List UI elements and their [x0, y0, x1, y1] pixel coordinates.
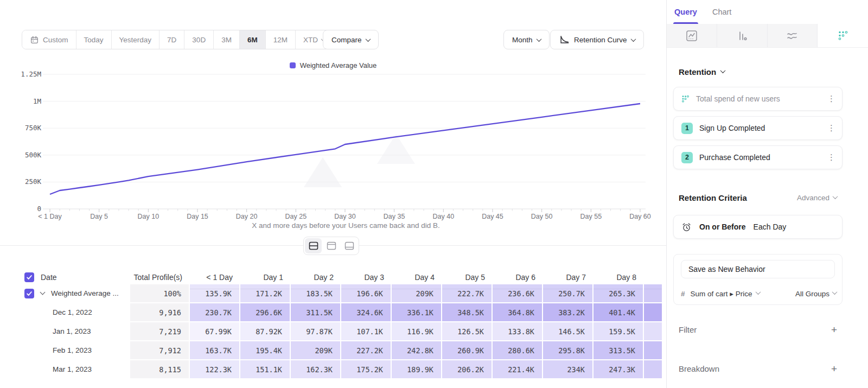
step-card-1[interactable]: 1 Sign Up Completed ⋮	[673, 116, 843, 140]
svg-text:Day 55: Day 55	[580, 213, 602, 220]
chart-type-button[interactable]: Retention Curve	[550, 30, 644, 49]
svg-text:Day 45: Day 45	[482, 213, 503, 220]
range-label: XTD	[303, 36, 318, 44]
retention-table: DateTotal Profile(s)< 1 DayDay 1Day 2Day…	[22, 265, 663, 379]
select-all-checkbox[interactable]	[24, 272, 34, 282]
svg-text:Day 30: Day 30	[334, 213, 356, 220]
cell-overflow	[644, 284, 663, 303]
cell-day-0: 135.9K	[190, 284, 240, 303]
tab-query[interactable]: Query	[674, 0, 697, 24]
range-7d-button[interactable]: 7D	[159, 30, 184, 49]
main-panel: CustomTodayYesterday7D30D3M6M12MXTD Comp…	[0, 0, 666, 388]
cell-day-6: 364.8K	[493, 303, 543, 322]
cell-overflow	[644, 322, 663, 341]
range-30d-button[interactable]: 30D	[184, 30, 214, 49]
svg-text:1M: 1M	[33, 97, 41, 105]
cell-day-8: 159.5K	[593, 322, 644, 341]
step-number-badge: 1	[681, 123, 693, 134]
measure-property-dropdown[interactable]: Sum of cart ▸ Price	[691, 289, 760, 298]
retention-section-label: Retention	[679, 67, 716, 77]
advanced-dropdown[interactable]: Advanced	[797, 194, 837, 202]
cell-day-2: 162.3K	[291, 360, 341, 379]
cell-day-0: 230.7K	[190, 303, 240, 322]
cell-day-1: 296.6K	[240, 303, 291, 322]
cell-day-6: 236.6K	[493, 284, 543, 303]
step-event-label: Sign Up Completed	[699, 124, 821, 132]
expand-row-icon[interactable]	[40, 290, 46, 295]
range-custom-button[interactable]: Custom	[22, 30, 76, 49]
chevron-down-icon	[630, 36, 636, 42]
cell-day-1: 195.4K	[240, 341, 291, 360]
cell-day-4: 209K	[392, 284, 442, 303]
cell-day-4: 116.9K	[392, 322, 442, 341]
step-event-label: Purchase Completed	[699, 153, 821, 162]
granularity-button[interactable]: Month	[503, 30, 550, 49]
behavior-card[interactable]: Total spend of new users ⋮	[673, 87, 843, 111]
svg-text:Day 40: Day 40	[433, 213, 455, 220]
range-3m-button[interactable]: 3M	[214, 30, 240, 49]
chart-caption: X and more days before your Users came b…	[22, 221, 670, 230]
compare-button[interactable]: Compare	[323, 30, 379, 49]
layout-split-button[interactable]	[305, 238, 322, 253]
criteria-condition-card[interactable]: On or Before Each Day	[673, 215, 843, 239]
svg-text:Day 35: Day 35	[384, 213, 405, 220]
tab-funnels[interactable]	[717, 24, 768, 47]
layout-chart-button[interactable]	[323, 238, 340, 253]
retention-line-chart: 0250K500K750K1M1.25M< 1 DayDay 5Day 10Da…	[22, 60, 654, 222]
range-6m-button[interactable]: 6M	[240, 30, 266, 49]
chevron-down-icon	[833, 194, 838, 199]
measure-row: # Sum of cart ▸ Price All Groups	[681, 284, 837, 303]
row-label-text: Jan 1, 2023	[24, 327, 91, 335]
cell-total-profiles: 9,916	[130, 303, 190, 322]
cell-day-8: 265.3K	[593, 284, 644, 303]
row-checkbox[interactable]	[24, 289, 34, 298]
kebab-menu-icon[interactable]: ⋮	[827, 154, 835, 162]
cell-total-profiles: 7,912	[130, 341, 190, 360]
tab-insights[interactable]	[667, 24, 717, 47]
table-row-label: Feb 1, 2023	[22, 341, 130, 360]
svg-text:Day 10: Day 10	[138, 213, 159, 220]
cell-day-2: 209K	[291, 341, 341, 360]
chevron-down-icon	[536, 36, 541, 42]
criteria-condition-select[interactable]: On or Before	[699, 222, 746, 231]
add-filter-button[interactable]: +	[831, 325, 837, 335]
retention-section-dropdown[interactable]: Retention	[679, 67, 725, 77]
range-yesterday-button[interactable]: Yesterday	[112, 30, 160, 49]
kebab-menu-icon[interactable]: ⋮	[827, 124, 835, 132]
range-12m-button[interactable]: 12M	[266, 30, 296, 49]
cell-day-5: 206.2K	[442, 360, 493, 379]
svg-text:< 1 Day: < 1 Day	[38, 213, 62, 220]
tab-query-label: Query	[674, 8, 697, 16]
tab-chart-label: Chart	[712, 8, 731, 16]
criteria-period-select[interactable]: Each Day	[754, 222, 787, 231]
row-label-text: Mar 1, 2023	[24, 365, 92, 373]
cell-day-7: 295.8K	[543, 341, 593, 360]
cell-day-2: 311.5K	[291, 303, 341, 322]
cell-day-7: 146.5K	[543, 322, 593, 341]
range-label: Today	[84, 36, 104, 44]
tab-flows[interactable]	[768, 24, 818, 47]
row-label-text: Feb 1, 2023	[24, 346, 92, 354]
all-groups-dropdown[interactable]: All Groups	[795, 290, 837, 298]
flows-icon	[786, 30, 798, 42]
cell-day-0: 67.99K	[190, 322, 240, 341]
svg-text:0: 0	[37, 205, 41, 213]
tab-chart[interactable]: Chart	[712, 0, 731, 24]
tab-retention[interactable]	[818, 24, 868, 47]
step-card-2[interactable]: 2 Purchase Completed ⋮	[673, 145, 843, 169]
add-breakdown-button[interactable]: +	[831, 364, 837, 374]
range-today-button[interactable]: Today	[76, 30, 112, 49]
chevron-down-icon	[755, 289, 761, 295]
cell-day-4: 336.1K	[392, 303, 442, 322]
svg-text:250K: 250K	[25, 177, 42, 186]
svg-text:500K: 500K	[25, 151, 42, 159]
save-as-new-behavior-button[interactable]: Save as New Behavior	[681, 260, 835, 278]
layout-table-button[interactable]	[341, 238, 358, 253]
cell-day-1: 151.1K	[240, 360, 291, 379]
cell-day-3: 196.6K	[341, 284, 392, 303]
query-sidebar: Query Chart	[666, 0, 868, 388]
range-label: 12M	[273, 36, 288, 44]
calendar-icon	[30, 35, 39, 44]
kebab-menu-icon[interactable]: ⋮	[827, 95, 835, 103]
cell-day-2: 97.87K	[291, 322, 341, 341]
